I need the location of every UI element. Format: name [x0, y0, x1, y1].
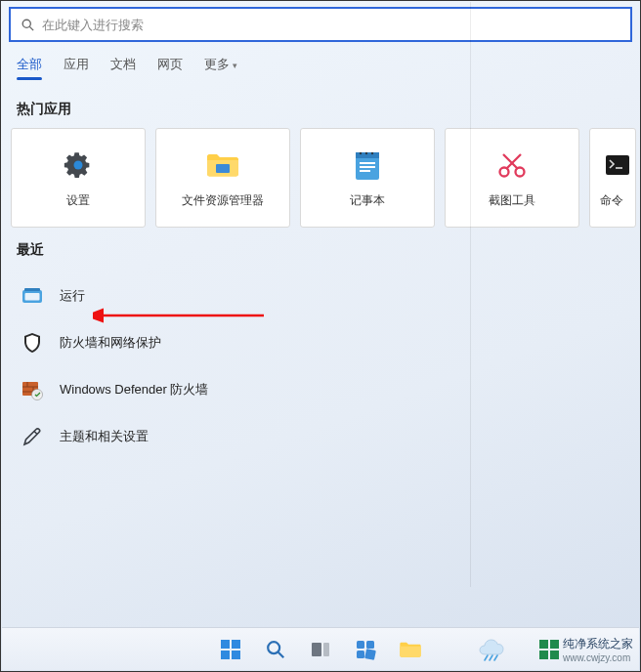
recent-defender[interactable]: Windows Defender 防火墙: [1, 366, 640, 413]
app-label: 截图工具: [489, 192, 535, 209]
recent-list: 运行 防火墙和网络保护 Windows Defender 防火墙 主题和相关设置: [1, 269, 640, 460]
app-explorer[interactable]: 文件资源管理器: [155, 128, 290, 228]
brick-shield-icon: [21, 378, 44, 401]
folder-icon: [205, 147, 240, 183]
app-label: 文件资源管理器: [182, 192, 264, 209]
scissors-icon: [494, 147, 530, 183]
svg-point-13: [371, 151, 373, 153]
svg-rect-32: [221, 651, 230, 659]
svg-line-44: [494, 655, 497, 660]
start-button[interactable]: [211, 630, 250, 669]
svg-rect-9: [360, 166, 375, 168]
app-terminal[interactable]: 命令: [589, 128, 636, 228]
notepad-icon: [350, 147, 385, 183]
svg-point-12: [365, 151, 367, 153]
recent-theme[interactable]: 主题和相关设置: [1, 413, 640, 460]
recent-label: 防火墙和网络保护: [60, 334, 161, 352]
svg-rect-36: [312, 643, 321, 656]
app-label: 记事本: [350, 192, 385, 209]
chevron-down-icon: ▾: [233, 61, 237, 70]
svg-rect-5: [216, 164, 230, 173]
svg-rect-37: [323, 643, 329, 656]
search-bar[interactable]: [9, 7, 632, 42]
recent-label: 主题和相关设置: [60, 428, 149, 445]
search-icon: [264, 638, 287, 661]
search-input[interactable]: [42, 18, 622, 32]
gear-icon: [61, 147, 96, 183]
svg-line-35: [278, 651, 284, 657]
tab-apps[interactable]: 应用: [64, 56, 89, 79]
taskbar-weather[interactable]: [473, 635, 524, 664]
filter-tabs: 全部 应用 文档 网页 更多▾: [1, 42, 640, 87]
weather-icon: [479, 637, 518, 662]
watermark-title: 纯净系统之家: [563, 636, 633, 652]
watermark-logo: [539, 640, 559, 659]
svg-line-1: [29, 26, 33, 30]
app-snip[interactable]: 截图工具: [445, 128, 579, 228]
app-settings[interactable]: 设置: [11, 128, 146, 228]
app-label: 设置: [66, 192, 90, 209]
widgets[interactable]: [346, 630, 385, 669]
taskview-icon: [309, 638, 332, 661]
svg-rect-10: [360, 170, 370, 172]
svg-point-11: [360, 151, 362, 153]
search-icon: [19, 16, 36, 33]
recent-run[interactable]: 运行: [1, 273, 640, 319]
svg-rect-40: [357, 651, 364, 658]
recent-label: Windows Defender 防火墙: [60, 381, 208, 399]
taskbar-search[interactable]: [256, 630, 295, 669]
recent-label: 运行: [60, 287, 85, 305]
app-notepad[interactable]: 记事本: [300, 128, 435, 228]
app-label: 命令: [600, 192, 623, 209]
svg-rect-31: [232, 640, 240, 649]
svg-rect-21: [24, 288, 40, 291]
taskbar-explorer[interactable]: [391, 630, 430, 669]
hot-apps-row: 设置 文件资源管理器 记事本 截图工具 命令: [1, 128, 640, 228]
svg-rect-39: [366, 641, 374, 649]
svg-line-42: [485, 655, 488, 660]
svg-point-0: [22, 20, 30, 27]
svg-rect-8: [360, 162, 375, 164]
watermark-url: www.cwjzy.com: [563, 652, 633, 663]
task-view[interactable]: [301, 630, 340, 669]
folder-icon: [399, 638, 422, 661]
taskbar: 纯净系统之家 www.cwjzy.com: [2, 627, 639, 670]
pen-icon: [21, 425, 44, 448]
tab-more[interactable]: 更多▾: [204, 56, 237, 79]
svg-point-34: [268, 642, 279, 653]
svg-line-43: [490, 655, 492, 660]
svg-rect-33: [232, 651, 240, 659]
run-icon: [21, 284, 44, 308]
tab-web[interactable]: 网页: [157, 56, 183, 79]
watermark: 纯净系统之家 www.cwjzy.com: [539, 636, 633, 663]
svg-rect-30: [221, 640, 230, 649]
tab-all[interactable]: 全部: [17, 56, 42, 79]
svg-rect-18: [606, 155, 629, 175]
svg-rect-41: [364, 649, 376, 660]
svg-point-4: [73, 160, 82, 169]
shield-icon: [21, 331, 44, 355]
windows-icon: [219, 638, 242, 661]
terminal-icon: [600, 147, 635, 183]
tab-docs[interactable]: 文档: [110, 56, 136, 79]
recent-firewall[interactable]: 防火墙和网络保护: [1, 319, 640, 366]
section-recent-title: 最近: [1, 228, 640, 269]
svg-rect-38: [357, 641, 364, 649]
svg-rect-22: [25, 293, 40, 301]
section-hot-apps-title: 热门应用: [1, 87, 640, 128]
widgets-icon: [354, 638, 377, 661]
